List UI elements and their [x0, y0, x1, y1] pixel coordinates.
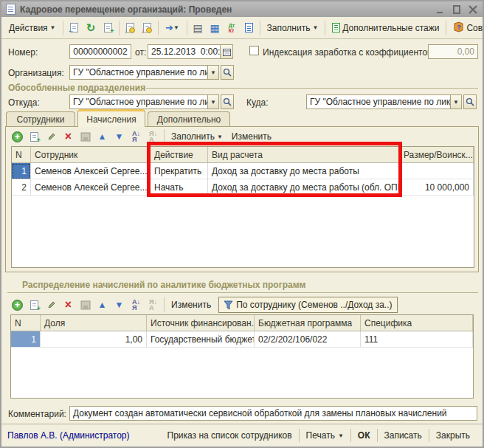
- calendar-icon: [223, 48, 231, 56]
- additional-seniority-button[interactable]: Дополнительные стажи: [328, 20, 443, 36]
- copy-button[interactable]: +: [100, 19, 117, 36]
- tab-employees[interactable]: Сотрудники: [6, 111, 75, 127]
- indexation-checkbox[interactable]: [249, 46, 259, 55]
- calendar-button[interactable]: [220, 44, 233, 59]
- edit-row-button[interactable]: [43, 128, 60, 145]
- checklist-icon: ▦: [210, 22, 219, 34]
- delete-icon: ×: [65, 130, 72, 143]
- post-button[interactable]: ↓: [122, 19, 139, 36]
- dist-sort-asc-button[interactable]: А↓Я: [128, 297, 145, 314]
- close-button[interactable]: Закрыть: [429, 427, 477, 444]
- chevron-down-icon: ▼: [312, 24, 318, 31]
- accruals-toolbar: + + × ▲ ▼ А↓Я Я↓А Заполнить: [6, 127, 478, 146]
- minimize-icon[interactable]: [435, 5, 446, 14]
- accruals-fill-button[interactable]: Заполнить ▼: [167, 128, 227, 145]
- dist-copy-row-button[interactable]: +: [26, 297, 43, 314]
- copy-icon: +: [30, 132, 38, 142]
- add-row-button[interactable]: +: [9, 128, 26, 145]
- pencil-icon: [46, 300, 57, 310]
- dist-add-row-button[interactable]: +: [9, 297, 26, 314]
- close-icon[interactable]: [468, 5, 478, 14]
- main-toolbar: Действия ▼ ← ↻ + ↓ ↓ ➔: [1, 17, 483, 39]
- sort-desc-button[interactable]: Я↓А: [145, 128, 162, 145]
- number-input[interactable]: 00000000002: [69, 44, 131, 59]
- organization-search-button[interactable]: [221, 65, 234, 80]
- dist-end-edit-button[interactable]: [77, 297, 94, 314]
- refresh-button[interactable]: ↻: [83, 19, 100, 36]
- col-calc-type[interactable]: Вид расчета: [208, 147, 400, 163]
- tips-button[interactable]: ? Советы: [449, 18, 484, 38]
- settings-list-button[interactable]: ▦: [207, 19, 224, 36]
- table-row[interactable]: 2 Семенов Алексей Сергее... Начать Доход…: [12, 179, 474, 196]
- col-source[interactable]: Источник финансирован...: [147, 315, 255, 331]
- filter-by-employee-button[interactable]: По сотруднику (Семенов ../Доход за..): [218, 297, 397, 313]
- copy-icon: +: [30, 300, 38, 310]
- sort-asc-button[interactable]: А↓Я: [128, 128, 145, 145]
- fill-button[interactable]: Заполнить ▼: [263, 20, 323, 36]
- subdivisions-header: Обособленные подразделения: [8, 83, 145, 93]
- col-n[interactable]: N: [12, 147, 31, 163]
- move-up-button[interactable]: ▲: [94, 128, 111, 145]
- dist-move-up-button[interactable]: ▲: [94, 297, 111, 314]
- comment-input[interactable]: Документ создан автоматически сервисной …: [69, 406, 477, 421]
- to-search-button[interactable]: [463, 94, 477, 109]
- register-records-button[interactable]: [241, 19, 257, 36]
- move-down-button[interactable]: ▼: [111, 128, 128, 145]
- to-label: Куда:: [246, 97, 269, 108]
- dist-edit-row-button[interactable]: [43, 297, 60, 314]
- dt-kt-button[interactable]: ДтКт: [224, 19, 241, 36]
- refresh-icon: ↻: [86, 21, 96, 35]
- col-size[interactable]: Размер/Воинск...: [400, 147, 474, 163]
- reread-button[interactable]: ←: [66, 19, 83, 36]
- document-icon: [6, 4, 15, 15]
- save-button[interactable]: Записать: [378, 427, 429, 444]
- from-dropdown-button[interactable]: ▼: [207, 94, 219, 109]
- employee-order-button[interactable]: Приказ на список сотрудников: [161, 427, 299, 444]
- accruals-change-button[interactable]: Изменить: [227, 128, 276, 145]
- subdivisions-header-line: [146, 88, 478, 89]
- dist-change-button[interactable]: Изменить: [167, 297, 215, 313]
- organization-input[interactable]: ГУ "Областное управление по ликви: [69, 65, 208, 80]
- tab-additional[interactable]: Дополнительно: [148, 111, 230, 127]
- to-dropdown-button[interactable]: ▼: [450, 94, 462, 109]
- col-n[interactable]: N: [11, 315, 41, 331]
- structure-button[interactable]: ▤: [190, 19, 207, 36]
- from-search-button[interactable]: [221, 94, 234, 109]
- tab-accruals[interactable]: Начисления: [77, 109, 145, 127]
- ok-button[interactable]: ОК: [351, 427, 377, 444]
- dist-sort-desc-button[interactable]: Я↓А: [145, 297, 162, 314]
- chevron-down-icon: ▼: [217, 134, 223, 140]
- print-button[interactable]: Печать ▼: [300, 427, 350, 444]
- save-icon: [80, 300, 91, 310]
- delete-row-button[interactable]: ×: [60, 128, 77, 145]
- from-input[interactable]: ГУ "Областное управление по ликви: [69, 94, 208, 109]
- number-label: Номер:: [8, 47, 38, 58]
- maximize-icon[interactable]: [452, 5, 462, 14]
- col-employee[interactable]: Сотрудник: [31, 147, 151, 163]
- table-row[interactable]: 1 Семенов Алексей Сергее... Прекратить Д…: [12, 163, 474, 179]
- col-share[interactable]: Доля: [41, 315, 147, 331]
- end-edit-button[interactable]: [77, 128, 94, 145]
- copy-row-button[interactable]: +: [26, 128, 43, 145]
- chevron-down-icon: ▼: [210, 69, 216, 76]
- table-row[interactable]: 1 1,00 Государственный бюджет 02/2/202/1…: [11, 331, 473, 348]
- col-action[interactable]: Действие: [151, 147, 208, 163]
- current-user-label: Павлов А.В. (Администратор): [7, 430, 130, 441]
- structure-icon: ▤: [193, 22, 202, 34]
- accruals-table: N Сотрудник Действие Вид расчета Размер/…: [11, 146, 474, 268]
- date-input[interactable]: 25.12.2013 0:00:00: [148, 44, 221, 59]
- search-icon: [223, 97, 232, 106]
- titlebar: Кадровое перемещение организаций: Провед…: [1, 1, 483, 17]
- to-input[interactable]: ГУ "Областное управление по ликви: [306, 94, 451, 109]
- unpost-button[interactable]: ↓: [139, 19, 156, 36]
- indexation-coefficient-input: 0,00: [428, 44, 478, 59]
- distribution-header-line: [7, 292, 478, 293]
- dist-delete-row-button[interactable]: ×: [60, 297, 77, 314]
- actions-button[interactable]: Действия ▼: [4, 20, 60, 36]
- organization-dropdown-button[interactable]: ▼: [207, 65, 219, 80]
- dist-move-down-button[interactable]: ▼: [111, 297, 128, 314]
- col-program[interactable]: Бюджетная программа: [255, 315, 361, 331]
- col-specifics[interactable]: Специфика: [361, 315, 473, 331]
- goto-button[interactable]: ➔ ▼: [161, 19, 184, 36]
- delete-icon: ×: [65, 298, 72, 311]
